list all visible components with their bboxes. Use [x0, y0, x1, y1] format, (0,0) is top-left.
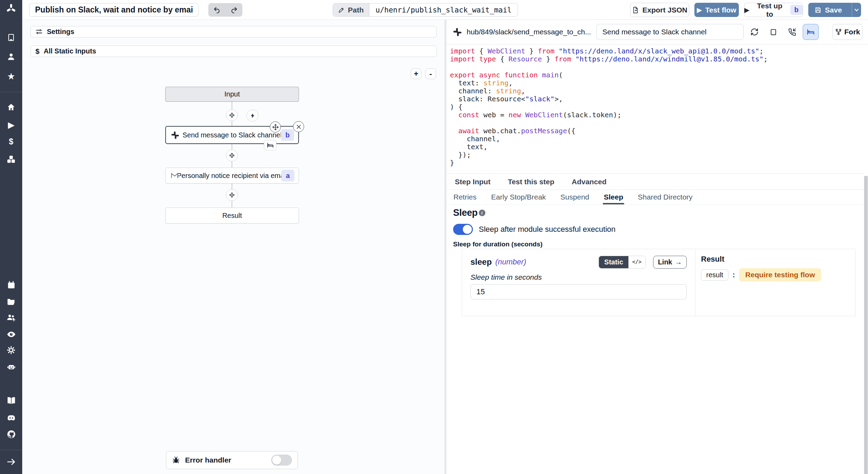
result-key-pill[interactable]: result [701, 269, 728, 281]
result-colon: : [733, 271, 735, 279]
sleep-toggle-label: Sleep after module successful execution [479, 225, 616, 234]
step-detail-panel: hub/849/slack/send_message_to_ch... [446, 20, 868, 474]
tab-early-stop-break[interactable]: Early Stop/Break [491, 190, 546, 204]
code-line: }); [450, 151, 768, 159]
static-segment[interactable]: Static [599, 256, 628, 268]
slack-icon [171, 131, 180, 139]
flow-node-input[interactable]: Input [165, 87, 299, 102]
code-line: slack: Resource<"slack">, [450, 95, 768, 103]
favorites-star-icon[interactable]: ★ [6, 71, 16, 82]
sleep-seconds-input[interactable] [470, 284, 687, 299]
collapse-arrow-icon[interactable] [6, 457, 16, 467]
workspace-icon[interactable] [6, 32, 16, 43]
step-id-badge: a [281, 170, 294, 181]
sleep-field-column: sleep (number) Static </> Link → Sleep t… [462, 249, 695, 316]
gmail-icon [170, 171, 179, 180]
workers-robot-icon[interactable] [6, 362, 16, 372]
scrollbar-thumb[interactable] [864, 176, 868, 474]
code-line: text, [450, 143, 768, 151]
step-tabs-row: Step Input Test this step Advanced [446, 173, 864, 190]
toggle-knob [463, 225, 472, 234]
audit-eye-icon[interactable] [6, 329, 16, 339]
settings-gear-icon[interactable] [6, 345, 16, 355]
pencil-icon [338, 7, 345, 13]
code-line: text: string, [450, 79, 768, 87]
variables-dollar-icon[interactable]: $ [6, 136, 16, 147]
home-icon[interactable] [6, 102, 16, 112]
tab-test-this-step[interactable]: Test this step [508, 178, 554, 186]
flow-settings-bar[interactable]: Settings [31, 26, 437, 37]
error-handler-node[interactable]: Error handler [166, 451, 298, 469]
resources-cubes-icon[interactable] [6, 154, 16, 164]
zoom-out-button[interactable]: - [425, 68, 436, 79]
folders-icon[interactable] [6, 296, 16, 307]
add-step-button[interactable] [226, 150, 238, 161]
code-segment[interactable]: </> [628, 256, 645, 268]
sleep-toggle[interactable] [453, 224, 473, 235]
sleep-section-heading: Sleep i [453, 208, 485, 218]
code-line: import { WebClient } from "https://deno.… [450, 47, 768, 55]
test-up-to-button[interactable]: ▶ Test up to b [744, 3, 803, 17]
schedules-calendar-icon[interactable] [6, 280, 16, 290]
restart-icon-button[interactable] [746, 24, 762, 40]
error-handler-toggle[interactable] [271, 455, 292, 466]
step-id-badge: b [281, 129, 294, 141]
code-editor[interactable]: import { WebClient } from "https://deno.… [450, 47, 768, 167]
step-header: hub/849/slack/send_message_to_ch... [446, 20, 868, 44]
add-step-button[interactable] [226, 189, 238, 201]
discord-icon[interactable] [6, 413, 16, 423]
tab-shared-directory[interactable]: Shared Directory [638, 190, 693, 204]
path-label: Path [333, 3, 369, 16]
save-dropdown-button[interactable] [852, 3, 861, 17]
sleep-bed-icon[interactable] [264, 140, 276, 150]
delete-step-button[interactable] [293, 121, 304, 132]
add-step-button[interactable] [226, 109, 238, 121]
save-button[interactable]: Save [808, 3, 848, 17]
all-static-inputs-bar[interactable]: $ All Static Inputs [31, 45, 437, 57]
tab-suspend[interactable]: Suspend [560, 190, 589, 204]
result-heading: Result [701, 255, 850, 264]
square-stop-icon-button[interactable] [765, 24, 781, 40]
path-field[interactable]: Path u/henri/publish_slack_wait_mail [333, 3, 518, 17]
link-button[interactable]: Link → [653, 256, 687, 269]
tab-retries[interactable]: Retries [453, 190, 477, 204]
sleep-bed-icon-button[interactable] [803, 24, 819, 40]
github-icon[interactable] [6, 429, 16, 439]
phone-suspend-icon-button[interactable] [784, 24, 800, 40]
hub-script-path[interactable]: hub/849/slack/send_message_to_ch... [467, 28, 591, 36]
code-line: await web.chat.postMessage({ [450, 127, 768, 135]
groups-icon[interactable] [6, 312, 16, 323]
top-bar: Path u/henri/publish_slack_wait_mail Exp… [22, 0, 868, 20]
flow-node-result[interactable]: Result [165, 208, 299, 223]
flow-node-step-a[interactable]: Personally notice recipient via email a [165, 168, 299, 184]
save-button-group: Save [808, 3, 861, 17]
redo-button[interactable] [225, 3, 242, 17]
flow-title-input[interactable] [29, 3, 199, 17]
bug-icon [172, 456, 180, 464]
zoom-in-button[interactable]: + [411, 68, 422, 79]
scrollbar [864, 176, 868, 474]
sleep-toggle-row: Sleep after module successful execution [453, 224, 616, 235]
docs-book-icon[interactable] [6, 395, 16, 406]
undo-button[interactable] [208, 3, 225, 17]
trigger-lightning-button[interactable] [247, 110, 258, 121]
tab-step-input[interactable]: Step Input [455, 178, 491, 186]
sleep-config-card: sleep (number) Static </> Link → Sleep t… [462, 249, 856, 316]
result-column: Result result : Require testing flow [695, 249, 855, 316]
test-flow-button[interactable]: ▶ Test flow [694, 3, 739, 17]
code-line: } [450, 159, 768, 167]
tab-advanced[interactable]: Advanced [571, 178, 606, 186]
path-value[interactable]: u/henri/publish_slack_wait_mail [369, 3, 518, 16]
windmill-logo-icon[interactable] [6, 3, 16, 14]
sleep-duration-label: Sleep for duration (seconds) [453, 240, 543, 248]
code-line: export async function main( [450, 71, 768, 79]
user-icon[interactable] [6, 51, 16, 62]
export-json-button[interactable]: Export JSON [630, 3, 689, 17]
move-step-button[interactable] [270, 121, 281, 133]
fork-button[interactable]: Fork [833, 24, 862, 40]
info-icon[interactable]: i [479, 210, 485, 216]
step-summary-input[interactable] [596, 24, 744, 40]
code-line: import type { Resource } from "https://d… [450, 55, 768, 63]
tab-sleep[interactable]: Sleep [604, 190, 623, 204]
runs-play-icon[interactable]: ▶ [6, 120, 16, 130]
